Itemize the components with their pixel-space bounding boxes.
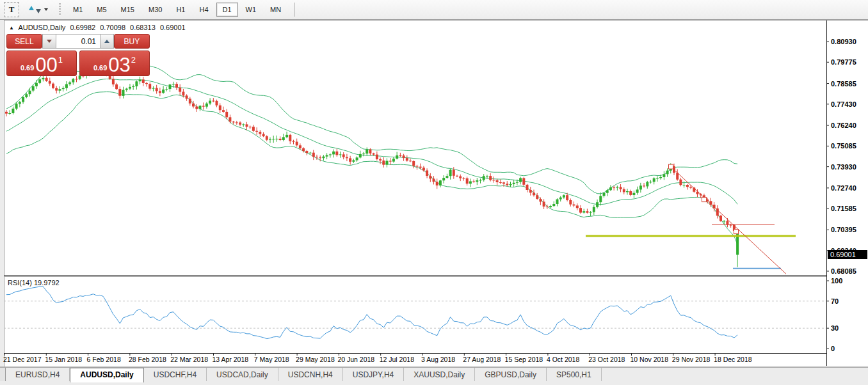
chart-symbol-title: AUDUSD,Daily <box>18 24 65 31</box>
buy-price-pipette: 2 <box>131 55 136 65</box>
buy-button[interactable]: BUY <box>114 34 150 49</box>
date-label-6: 7 May 2018 <box>254 356 289 363</box>
date-label-16: 29 Nov 2018 <box>672 356 711 363</box>
ohlc-open: 0.69982 <box>70 24 95 31</box>
terminal-window: T M1M5M15M30H1H4D1W1MN ▲ AUDUSD,Daily 0.… <box>0 0 868 385</box>
price-tick-0.78585: 0.78585 <box>831 80 856 88</box>
date-label-7: 29 May 2018 <box>296 356 335 363</box>
buy-button-label: BUY <box>124 37 140 46</box>
toolbar-grip[interactable] <box>59 3 61 16</box>
price-tick-0.79775: 0.79775 <box>831 58 856 66</box>
date-label-10: 3 Aug 2018 <box>421 356 455 363</box>
rsi-indicator-label: RSI(14) 19.9792 <box>8 279 60 287</box>
rsi-tick-0: 0 <box>831 345 835 352</box>
tab-usdjpy-h4[interactable]: USDJPY,H4 <box>343 368 404 381</box>
rsi-tick-30: 30 <box>831 324 839 332</box>
tab-usdchf-h4[interactable]: USDCHF,H4 <box>144 368 207 381</box>
toolbar-separator <box>294 3 295 17</box>
sell-button[interactable]: SELL <box>6 34 42 49</box>
arrow-up-icon <box>29 6 34 10</box>
sell-price-prefix: 0.69 <box>20 64 34 72</box>
text-tool-icon: T <box>9 4 15 15</box>
spinner-down-icon <box>47 40 52 43</box>
price-tick-0.71585: 0.71585 <box>831 205 856 212</box>
tab-sp500-h1[interactable]: SP500,H1 <box>547 368 602 381</box>
rsi-tick-70: 70 <box>831 297 839 305</box>
tab-usdcad-daily[interactable]: USDCAD,Daily <box>207 368 278 381</box>
sell-quote-button[interactable]: 0.69 00 1 <box>6 51 77 76</box>
price-tick-0.80930: 0.80930 <box>831 38 856 45</box>
text-tool-button[interactable]: T <box>4 2 19 17</box>
timeframe-button-m15[interactable]: M15 <box>115 3 141 17</box>
date-label-1: 15 Jan 2018 <box>45 356 82 363</box>
date-label-9: 12 Jul 2018 <box>380 356 414 363</box>
date-label-4: 22 Mar 2018 <box>170 356 208 363</box>
price-tick-0.68085: 0.68085 <box>831 267 856 275</box>
price-tick-0.76240: 0.76240 <box>831 122 856 129</box>
chevron-down-icon <box>44 8 48 11</box>
price-tick-0.75085: 0.75085 <box>831 142 856 150</box>
timeframe-button-h1[interactable]: H1 <box>170 3 191 17</box>
timeframe-button-mn[interactable]: MN <box>264 3 287 17</box>
rsi-tick-100: 100 <box>831 277 842 285</box>
date-label-3: 28 Feb 2018 <box>129 356 166 363</box>
tab-audusd-daily[interactable]: AUDUSD,Daily <box>70 368 143 382</box>
date-label-15: 10 Nov 2018 <box>631 356 669 363</box>
one-click-trading-panel: SELL BUY 0.69 00 1 0.69 03 2 <box>6 34 150 76</box>
tab-eurusd-h4[interactable]: EURUSD,H4 <box>6 368 70 381</box>
buy-quote-button[interactable]: 0.69 03 2 <box>79 51 150 76</box>
tab-stub <box>0 368 6 381</box>
ohlc-high: 0.70098 <box>100 24 125 31</box>
date-label-5: 13 Apr 2018 <box>213 356 249 363</box>
cursor-tool-button[interactable] <box>27 3 50 17</box>
tab-gbpusd-daily[interactable]: GBPUSD,Daily <box>475 368 547 381</box>
date-label-11: 27 Aug 2018 <box>463 356 501 363</box>
buy-price-prefix: 0.69 <box>93 64 107 72</box>
timeframe-button-h4[interactable]: H4 <box>193 3 214 17</box>
current-price-label: 0.69001 <box>828 250 867 259</box>
date-label-13: 4 Oct 2018 <box>547 356 579 363</box>
window-left-edge <box>0 19 4 367</box>
date-label-12: 15 Sep 2018 <box>505 356 543 363</box>
sell-button-label: SELL <box>15 37 33 46</box>
top-toolbar: T M1M5M15M30H1H4D1W1MN <box>0 0 868 20</box>
timeframe-button-m1[interactable]: M1 <box>67 3 89 17</box>
up-arrow-icon: ▲ <box>9 25 14 31</box>
ohlc-low: 0.68313 <box>130 24 156 31</box>
price-tick-0.70395: 0.70395 <box>831 226 856 233</box>
timeframe-button-d1[interactable]: D1 <box>216 3 238 17</box>
spinner-up-icon <box>104 40 109 43</box>
date-label-2: 6 Feb 2018 <box>87 356 121 363</box>
timeframe-button-m5[interactable]: M5 <box>90 3 113 17</box>
volume-increase-button[interactable] <box>100 34 114 49</box>
timeframe-toolbar: M1M5M15M30H1H4D1W1MN <box>66 0 288 19</box>
volume-decrease-button[interactable] <box>42 34 56 49</box>
sell-price-pipette: 1 <box>58 55 63 65</box>
buy-price-big: 03 <box>108 56 130 75</box>
chart-ohlc-header: ▲ AUDUSD,Daily 0.69982 0.70098 0.68313 0… <box>9 24 188 31</box>
price-tick-0.72740: 0.72740 <box>831 184 856 192</box>
volume-input[interactable] <box>56 34 100 49</box>
timeframe-button-w1[interactable]: W1 <box>239 3 263 17</box>
tab-xauusd-daily[interactable]: XAUUSD,Daily <box>404 368 475 381</box>
arrow-down-icon <box>36 9 41 13</box>
price-tick-0.77430: 0.77430 <box>831 100 856 108</box>
tab-usdcnh-h4[interactable]: USDCNH,H4 <box>278 368 343 381</box>
price-tick-0.73930: 0.73930 <box>831 163 856 171</box>
date-label-14: 23 Oct 2018 <box>588 356 625 363</box>
ohlc-close: 0.69001 <box>160 24 186 31</box>
chart-tabbar: EURUSD,H4AUDUSD,DailyUSDCHF,H4USDCAD,Dai… <box>0 367 868 385</box>
date-label-8: 20 Jun 2018 <box>337 356 374 363</box>
sell-price-big: 00 <box>35 56 57 75</box>
date-label-17: 18 Dec 2018 <box>714 356 752 363</box>
timeframe-button-m30[interactable]: M30 <box>142 3 168 17</box>
date-label-0: 21 Dec 2017 <box>3 356 42 363</box>
